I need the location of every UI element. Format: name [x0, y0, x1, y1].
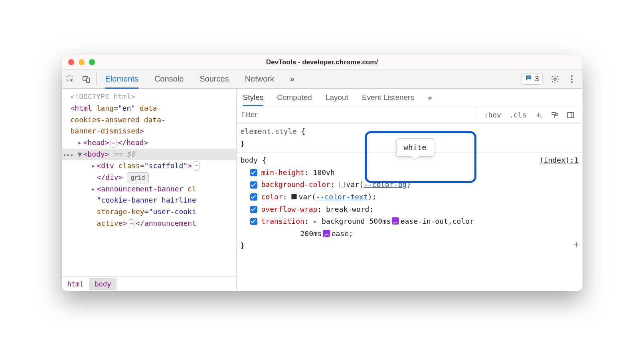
settings-gear-icon[interactable] [551, 75, 559, 84]
tab-sources[interactable]: Sources [200, 70, 229, 88]
toggle-sidebar-icon[interactable] [563, 106, 579, 123]
subtab-event-listeners[interactable]: Event Listeners [362, 89, 414, 106]
scaffold-line[interactable]: ▸<div class="scaffold">⋯ </div> grid [71, 160, 236, 183]
toggle-color[interactable] [250, 193, 257, 201]
prop-overflow-wrap[interactable]: overflow-wrap: break-word; [241, 203, 579, 216]
window-title: DevTools - developer.chrome.com/ [62, 58, 583, 66]
head-line[interactable]: ▸<head>⋯</head> [71, 137, 236, 149]
subtab-layout[interactable]: Layout [326, 89, 348, 106]
close-window-button[interactable] [68, 59, 74, 65]
svg-rect-3 [527, 77, 530, 78]
top-right-tools: 3 ⋮ [519, 73, 578, 85]
tab-console[interactable]: Console [154, 70, 184, 88]
resolved-value-tooltip: white [396, 138, 434, 157]
filter-tools: :hov .cls [476, 106, 583, 123]
selected-gutter-icon: ••• [63, 150, 73, 161]
breadcrumb: html body [62, 276, 236, 291]
selector-element-style: element.style [241, 127, 297, 135]
add-property-icon[interactable]: + [573, 237, 579, 253]
new-style-rule-icon[interactable] [531, 106, 547, 123]
cls-toggle[interactable]: .cls [505, 106, 530, 123]
source-link[interactable]: (index):1 [539, 154, 579, 167]
prop-color[interactable]: color: var(--color-text); [241, 191, 579, 203]
toggle-background-color[interactable] [250, 181, 257, 189]
minimize-window-button[interactable] [79, 59, 85, 65]
zoom-window-button[interactable] [89, 59, 95, 65]
elements-panel: <!DOCTYPE html> <html lang="en" data- co… [62, 89, 237, 291]
announcement-line[interactable]: ▸<announcement-banner cl "cookie-banner … [71, 183, 236, 229]
more-subtabs-icon[interactable]: » [428, 89, 432, 106]
crumb-html[interactable]: html [62, 278, 89, 290]
subtab-styles[interactable]: Styles [243, 89, 264, 106]
more-options-icon[interactable]: ⋮ [567, 75, 576, 84]
tooltip-text: white [404, 143, 427, 152]
issues-count: 3 [535, 75, 539, 83]
rule-body[interactable]: (index):1 body { min-height: 100vh backg… [237, 153, 583, 255]
styles-panel: Styles Computed Layout Event Listeners »… [237, 89, 583, 291]
selector-body: body [241, 156, 258, 164]
titlebar: DevTools - developer.chrome.com/ [62, 55, 583, 70]
prop-min-height[interactable]: min-height: 100vh [241, 167, 579, 179]
grid-badge[interactable]: grid [127, 172, 148, 183]
toggle-transition[interactable] [250, 218, 257, 225]
filter-bar: :hov .cls [237, 106, 583, 124]
var-color-text[interactable]: --color-text [316, 191, 368, 203]
hov-toggle[interactable]: :hov [480, 106, 505, 123]
crumb-body[interactable]: body [89, 278, 117, 290]
body-selected-line[interactable]: ••• ▼<body> == $0 [62, 149, 236, 160]
svg-rect-7 [567, 112, 573, 117]
bezier-icon[interactable] [323, 230, 330, 237]
svg-rect-6 [552, 112, 556, 115]
html-open-line: <html lang="en" data- cookies-answered d… [71, 103, 236, 137]
top-tab-bar: Elements Console Sources Network » 3 ⋮ [62, 70, 583, 89]
issues-icon [525, 74, 532, 84]
left-icon-group [66, 73, 97, 85]
svg-rect-2 [86, 78, 89, 82]
main-area: <!DOCTYPE html> <html lang="en" data- co… [62, 89, 583, 291]
var-color-bg[interactable]: --color-bg [363, 179, 407, 191]
color-swatch-black[interactable] [291, 194, 297, 199]
toggle-min-height[interactable] [250, 169, 257, 176]
inspect-element-icon[interactable] [66, 75, 75, 84]
devtools-window: DevTools - developer.chrome.com/ Element… [62, 55, 583, 291]
main-tabs: Elements Console Sources Network » [105, 70, 295, 88]
color-swatch-white[interactable] [339, 182, 345, 187]
tab-elements[interactable]: Elements [105, 70, 138, 88]
dom-tree[interactable]: <!DOCTYPE html> <html lang="en" data- co… [62, 89, 236, 276]
svg-rect-4 [527, 78, 529, 78]
prop-background-color[interactable]: background-color: var(--color-bg) [241, 179, 579, 191]
toggle-overflow-wrap[interactable] [250, 206, 257, 213]
paint-format-icon[interactable] [547, 106, 563, 123]
sub-tab-bar: Styles Computed Layout Event Listeners » [237, 89, 583, 106]
issues-counter[interactable]: 3 [522, 73, 542, 85]
doctype-line: <!DOCTYPE html> [71, 91, 236, 103]
subtab-computed[interactable]: Computed [277, 89, 312, 106]
filter-input[interactable] [237, 106, 476, 123]
tab-network[interactable]: Network [245, 70, 274, 88]
device-toolbar-icon[interactable] [82, 75, 91, 84]
bezier-icon[interactable] [392, 217, 399, 225]
more-tabs-icon[interactable]: » [290, 70, 294, 88]
style-rules: element.style { } (index):1 body { min-h… [237, 124, 583, 291]
prop-transition[interactable]: transition: ▸ background 500ms ease-in-o… [241, 215, 579, 240]
traffic-lights [62, 59, 95, 65]
svg-point-5 [554, 78, 556, 80]
